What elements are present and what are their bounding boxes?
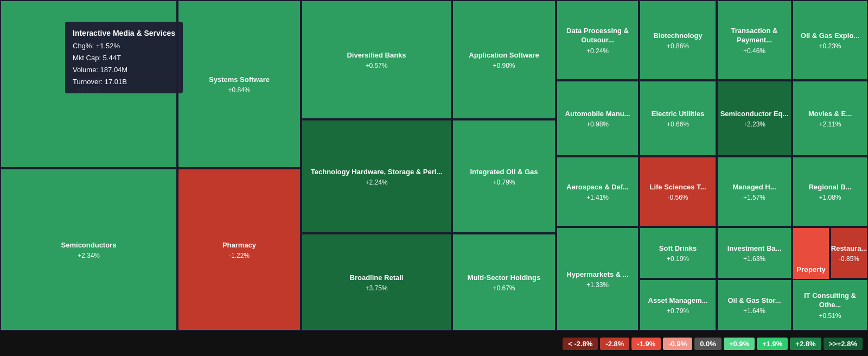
cell-oil-gas-explo[interactable]: Oil & Gas Explo...+0.23% bbox=[792, 0, 868, 80]
cell-change-managed-h: +1.57% bbox=[743, 194, 765, 201]
cell-hypermarkets[interactable]: Hypermarkets & ...+1.33% bbox=[556, 227, 639, 331]
cell-change-restaura: -0.85% bbox=[839, 255, 859, 263]
cell-name-semiconductors: Semiconductors bbox=[59, 240, 119, 251]
cell-name-pharmacy: Pharmacy bbox=[220, 240, 258, 251]
cell-application-software[interactable]: Application Software+0.90% bbox=[452, 0, 556, 119]
cell-change-systems-software: +0.84% bbox=[228, 86, 250, 94]
cell-change-hypermarkets: +1.33% bbox=[586, 281, 609, 289]
cell-change-automobile-manu: +0.98% bbox=[586, 120, 609, 128]
cell-name-investment-ba: Investment Ba... bbox=[725, 243, 784, 255]
cell-automobile-manu[interactable]: Automobile Manu...+0.98% bbox=[556, 80, 639, 156]
cell-change-transaction-payment: +0.46% bbox=[743, 47, 765, 55]
legend-item: -2.8% bbox=[600, 338, 629, 350]
cell-name-asset-mgmt: Asset Managem... bbox=[646, 295, 710, 307]
cell-name-regional-b: Regional B... bbox=[807, 182, 854, 193]
cell-name-tech-hardware: Technology Hardware, Storage & Peri... bbox=[309, 167, 445, 178]
cell-movies[interactable]: Movies & E...+2.11% bbox=[792, 80, 868, 156]
cell-electric-utilities[interactable]: Electric Utilities+0.66% bbox=[639, 80, 717, 156]
cell-name-aerospace: Aerospace & Def... bbox=[564, 182, 631, 193]
cell-name-semiconductor-eq: Semiconductor Eq... bbox=[718, 109, 791, 120]
cell-change-life-sciences: -0.56% bbox=[667, 194, 688, 201]
cell-asset-mgmt[interactable]: Asset Managem...+0.79% bbox=[639, 279, 717, 331]
legend-item: -1.9% bbox=[631, 338, 661, 350]
cell-change-oil-gas-explo: +0.23% bbox=[819, 42, 841, 50]
cell-change-it-consulting: +0.51% bbox=[819, 312, 841, 320]
cell-tech-hardware[interactable]: Technology Hardware, Storage & Peri...+2… bbox=[301, 119, 452, 233]
cell-integrated-oil[interactable]: Integrated Oil & Gas+0.79% bbox=[452, 119, 556, 233]
cell-semiconductors[interactable]: Semiconductors+2.34% bbox=[0, 168, 177, 331]
cell-name-integrated-oil: Integrated Oil & Gas bbox=[468, 167, 540, 178]
legend-item: >>+2.8% bbox=[824, 338, 863, 350]
cell-multi-sector[interactable]: Multi-Sector Holdings+0.67% bbox=[452, 233, 556, 331]
legend-item: +2.8% bbox=[790, 338, 821, 350]
cell-change-investment-ba: +1.63% bbox=[743, 255, 765, 263]
cell-name-broadline-retail: Broadline Retail bbox=[348, 272, 406, 284]
legend-item: +0.9% bbox=[724, 338, 755, 350]
cell-it-consulting[interactable]: IT Consulting & Othe...+0.51% bbox=[792, 279, 868, 331]
cell-name-transaction-payment: Transaction & Payment... bbox=[718, 26, 791, 46]
cell-change-data-processing: +0.24% bbox=[586, 47, 609, 55]
cell-name-movies: Movies & E... bbox=[806, 109, 854, 120]
cell-change-semiconductors: +2.34% bbox=[78, 252, 100, 259]
cell-name-biotechnology: Biotechnology bbox=[651, 30, 704, 42]
cell-change-biotechnology: +0.86% bbox=[667, 42, 689, 50]
cell-soft-drinks[interactable]: Soft Drinks+0.19% bbox=[639, 227, 717, 279]
cell-investment-ba[interactable]: Investment Ba...+1.63% bbox=[717, 227, 792, 279]
cell-name-diversified-banks: Diversified Banks bbox=[344, 50, 408, 61]
cell-name-application-software: Application Software bbox=[467, 50, 541, 61]
cell-oil-gas-stor[interactable]: Oil & Gas Stor...+1.64% bbox=[717, 279, 792, 331]
cell-name-hypermarkets: Hypermarkets & ... bbox=[564, 269, 630, 281]
cell-name-it-consulting: IT Consulting & Othe... bbox=[793, 290, 867, 311]
legend-item: -0.9% bbox=[663, 338, 692, 350]
cell-name-oil-gas-explo: Oil & Gas Explo... bbox=[799, 30, 861, 42]
cell-change-broadline-retail: +3.75% bbox=[365, 284, 387, 292]
cell-semiconductor-eq[interactable]: Semiconductor Eq...+2.23% bbox=[717, 80, 792, 156]
cell-life-sciences[interactable]: Life Sciences T...-0.56% bbox=[639, 156, 717, 227]
cell-change-electric-utilities: +0.66% bbox=[667, 120, 689, 128]
cell-name-systems-software: Systems Software bbox=[207, 74, 272, 86]
cell-change-diversified-banks: +0.57% bbox=[365, 62, 387, 69]
cell-managed-h[interactable]: Managed H...+1.57% bbox=[717, 156, 792, 227]
cell-name-data-processing: Data Processing & Outsour... bbox=[557, 26, 638, 46]
cell-name-electric-utilities: Electric Utilities bbox=[649, 109, 707, 120]
cell-change-aerospace: +1.41% bbox=[586, 194, 609, 201]
cell-diversified-banks[interactable]: Diversified Banks+0.57% bbox=[301, 0, 452, 119]
legend-item: +1.9% bbox=[757, 338, 788, 350]
legend: < -2.8%-2.8%-1.9%-0.9%0.0%+0.9%+1.9%+2.8… bbox=[0, 331, 868, 356]
cell-name-multi-sector: Multi-Sector Holdings bbox=[465, 272, 542, 284]
cell-change-multi-sector: +0.67% bbox=[493, 284, 515, 292]
cell-broadline-retail[interactable]: Broadline Retail+3.75% bbox=[301, 233, 452, 331]
legend-item: 0.0% bbox=[694, 338, 722, 350]
cell-name-automobile-manu: Automobile Manu... bbox=[563, 109, 633, 120]
cell-biotechnology[interactable]: Biotechnology+0.86% bbox=[639, 0, 717, 80]
cell-change-asset-mgmt: +0.79% bbox=[667, 307, 689, 315]
cell-change-regional-b: +1.08% bbox=[819, 194, 841, 201]
treemap: Interacti...+1.52%Semiconductors+2.34%Sy… bbox=[0, 0, 868, 331]
cell-change-integrated-oil: +0.79% bbox=[493, 179, 515, 186]
cell-data-processing[interactable]: Data Processing & Outsour...+0.24% bbox=[556, 0, 639, 80]
cell-change-pharmacy: -1.22% bbox=[229, 252, 250, 259]
cell-change-soft-drinks: +0.19% bbox=[667, 255, 689, 263]
cell-transaction-payment[interactable]: Transaction & Payment...+0.46% bbox=[717, 0, 792, 80]
cell-change-interactive-media: +1.52% bbox=[78, 86, 100, 94]
cell-name-life-sciences: Life Sciences T... bbox=[647, 182, 708, 193]
cell-name-oil-gas-stor: Oil & Gas Stor... bbox=[725, 295, 783, 307]
cell-pharmacy[interactable]: Pharmacy-1.22% bbox=[177, 168, 301, 331]
cell-name-managed-h: Managed H... bbox=[730, 182, 778, 193]
cell-change-movies: +2.11% bbox=[819, 120, 841, 128]
cell-name-restaura: Restaura... bbox=[830, 243, 868, 255]
cell-change-tech-hardware: +2.24% bbox=[365, 179, 387, 186]
cell-name-soft-drinks: Soft Drinks bbox=[657, 243, 699, 255]
legend-item: < -2.8% bbox=[563, 338, 598, 350]
cell-name-interactive-media: Interacti... bbox=[70, 74, 107, 86]
cell-change-oil-gas-stor: +1.64% bbox=[743, 307, 765, 315]
cell-change-application-software: +0.90% bbox=[493, 62, 515, 69]
cell-change-semiconductor-eq: +2.23% bbox=[743, 120, 765, 128]
cell-regional-b[interactable]: Regional B...+1.08% bbox=[792, 156, 868, 227]
cell-aerospace[interactable]: Aerospace & Def...+1.41% bbox=[556, 156, 639, 227]
cell-restaura[interactable]: Restaura...-0.85% bbox=[830, 227, 868, 279]
cell-interactive-media[interactable]: Interacti...+1.52% bbox=[0, 0, 177, 168]
cell-systems-software[interactable]: Systems Software+0.84% bbox=[177, 0, 301, 168]
